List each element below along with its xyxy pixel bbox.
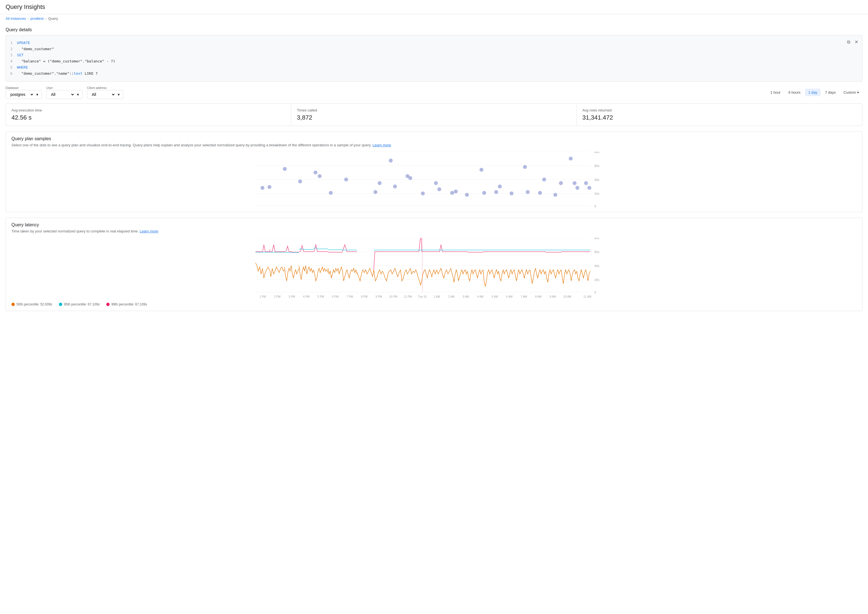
breadcrumb-current: Query [48, 16, 58, 21]
latency-chart: 80s 60s 40s 20s 0 [11, 238, 845, 299]
svg-text:3 AM: 3 AM [463, 295, 469, 298]
stat-avg-rows: Avg rows returned 31,341.472 [577, 104, 862, 126]
app-title: Query Insights [6, 3, 862, 11]
stat-times-called: Times called 3,872 [291, 104, 577, 126]
breadcrumb: All instances › prodtest › Query [0, 14, 868, 23]
scatter-dot[interactable] [408, 176, 412, 180]
query-line-2: 2 "demo_customer" [10, 46, 858, 52]
user-label: User [46, 86, 82, 90]
scatter-dot[interactable] [373, 190, 377, 194]
svg-text:80s: 80s [594, 152, 599, 154]
query-line-4: 4 "balance" = ("demo_customer"."balance"… [10, 58, 858, 64]
scatter-dot[interactable] [268, 185, 271, 189]
scatter-dot[interactable] [389, 158, 393, 163]
stat-avg-exec-time: Avg execution time 42.56 s [6, 104, 291, 126]
scatter-dot[interactable] [437, 187, 441, 191]
latency-learn-more[interactable]: Learn more [140, 229, 158, 233]
scatter-dot[interactable] [576, 186, 579, 190]
scatter-dot[interactable] [572, 181, 577, 185]
scatter-dot[interactable] [542, 178, 546, 181]
svg-text:3 PM: 3 PM [288, 295, 295, 298]
svg-text:0: 0 [594, 205, 596, 207]
scatter-dot[interactable] [553, 193, 557, 197]
stat-times-called-value: 3,872 [297, 114, 571, 121]
scatter-dot[interactable] [260, 186, 264, 190]
custom-chevron-icon: ▾ [857, 90, 859, 95]
query-plan-learn-more[interactable]: Learn more [373, 143, 391, 147]
svg-text:60s: 60s [594, 164, 599, 167]
scatter-dot[interactable] [421, 191, 425, 195]
user-chevron-icon: ▾ [77, 92, 79, 97]
breadcrumb-sep-2: › [45, 16, 46, 21]
user-select[interactable]: All [50, 92, 75, 97]
user-select-wrapper[interactable]: All ▾ [46, 90, 82, 99]
scatter-dot[interactable] [510, 191, 513, 195]
close-button[interactable]: ✕ [854, 38, 859, 46]
scatter-dot[interactable] [298, 180, 302, 183]
database-label: Database [6, 86, 42, 90]
scatter-dot[interactable] [450, 191, 454, 195]
svg-text:2 PM: 2 PM [274, 295, 280, 298]
svg-text:4 AM: 4 AM [477, 295, 484, 298]
scatter-dot[interactable] [454, 189, 458, 194]
scatter-dot[interactable] [465, 193, 469, 197]
svg-text:10 AM: 10 AM [563, 295, 571, 298]
scatter-dot[interactable] [393, 185, 397, 188]
scatter-dot[interactable] [587, 186, 591, 190]
scatter-dot[interactable] [283, 167, 287, 171]
client-address-select-wrapper[interactable]: All ▾ [87, 90, 123, 99]
time-1hour-button[interactable]: 1 hour [767, 88, 784, 96]
query-details-title: Query details [6, 23, 862, 33]
svg-text:60s: 60s [594, 250, 599, 254]
breadcrumb-prodtest[interactable]: prodtest [30, 16, 44, 21]
scatter-dot[interactable] [318, 174, 322, 178]
svg-text:40s: 40s [594, 264, 599, 268]
scatter-dot[interactable] [526, 190, 530, 194]
svg-text:40s: 40s [594, 178, 599, 181]
database-select-wrapper[interactable]: postgres all ▾ [6, 90, 42, 99]
scatter-dot[interactable] [569, 157, 572, 161]
svg-text:9 PM: 9 PM [375, 295, 382, 298]
custom-label: Custom [843, 90, 856, 95]
stat-avg-exec-value: 42.56 s [11, 114, 285, 121]
scatter-dot[interactable] [498, 185, 502, 188]
client-address-select[interactable]: All [91, 92, 115, 97]
scatter-dot[interactable] [482, 191, 486, 195]
scatter-dot[interactable] [314, 171, 317, 174]
scatter-dot[interactable] [378, 181, 381, 185]
scatter-dot[interactable] [559, 181, 563, 185]
scatter-dot[interactable] [538, 191, 542, 195]
scatter-dot[interactable] [584, 181, 588, 185]
time-7days-button[interactable]: 7 days [822, 88, 839, 96]
time-6hours-button[interactable]: 6 hours [785, 88, 804, 96]
svg-text:11 AM: 11 AM [583, 295, 591, 298]
svg-text:1 AM: 1 AM [434, 295, 440, 298]
time-custom-button[interactable]: Custom ▾ [840, 88, 862, 96]
legend-95th: 95th percentile: 67.109s [59, 302, 100, 306]
scatter-dot[interactable] [344, 178, 348, 181]
copy-button[interactable]: ⧉ [846, 38, 851, 46]
svg-text:80s: 80s [594, 238, 599, 240]
client-address-filter: Client address All ▾ [87, 86, 123, 99]
scatter-dot[interactable] [523, 165, 527, 169]
scatter-dot[interactable] [329, 191, 333, 195]
scatter-chart: 80s 60s 40s 20s 0 [11, 152, 845, 207]
svg-text:8 PM: 8 PM [361, 295, 367, 298]
database-select[interactable]: postgres all [9, 92, 34, 97]
breadcrumb-sep-1: › [28, 16, 29, 21]
svg-text:2 AM: 2 AM [448, 295, 455, 298]
query-plan-title: Query plan samples [11, 136, 857, 141]
scatter-dot[interactable] [434, 181, 438, 185]
scatter-dot[interactable] [479, 168, 483, 172]
time-1day-button[interactable]: 1 day [805, 88, 821, 96]
stats-row: Avg execution time 42.56 s Times called … [6, 103, 862, 126]
query-line-1: 1UPDATE [10, 40, 858, 46]
svg-text:11 PM: 11 PM [404, 295, 412, 298]
chart-legend: 50th percentile: 52.009s 95th percentile… [11, 302, 857, 306]
legend-95th-dot [59, 303, 62, 306]
query-actions: ⧉ ✕ [846, 38, 859, 46]
svg-text:7 AM: 7 AM [521, 295, 527, 298]
scatter-dot[interactable] [494, 190, 498, 194]
breadcrumb-all-instances[interactable]: All instances [6, 16, 26, 21]
latency-chart-container: 80s 60s 40s 20s 0 [11, 238, 857, 299]
